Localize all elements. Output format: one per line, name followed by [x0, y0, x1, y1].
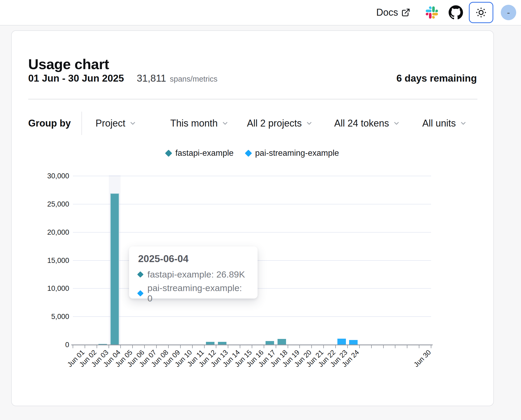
- tooltip-date: 2025-06-04: [138, 253, 249, 264]
- y-gridline: [73, 316, 431, 317]
- x-axis-tick: [73, 345, 73, 348]
- x-axis-tick: [395, 345, 395, 348]
- x-axis-tick: [264, 345, 264, 348]
- chart-bar-Jun-23-pai-streaming-example[interactable]: [337, 339, 346, 345]
- y-axis-label: 5,000: [12, 313, 69, 321]
- x-axis-tick: [156, 345, 157, 348]
- chart-bar-Jun-18-fastapi-example[interactable]: [278, 339, 286, 345]
- slack-icon: [426, 6, 438, 19]
- y-gridline: [73, 232, 431, 233]
- x-axis-tick: [347, 345, 348, 348]
- x-axis-tick: [216, 345, 216, 348]
- y-axis-label: 25,000: [12, 200, 69, 208]
- tooltip-row-fastapi-example: fastapi-example: 26.89K: [138, 269, 249, 280]
- x-axis-tick: [335, 345, 336, 348]
- x-axis-label: Jun 30: [412, 348, 432, 369]
- github-button[interactable]: [449, 5, 463, 20]
- slack-button[interactable]: [426, 6, 438, 19]
- x-axis-tick: [120, 345, 121, 348]
- x-axis-tick: [276, 345, 276, 348]
- external-link-icon: [401, 8, 410, 17]
- x-axis-tick: [168, 345, 169, 348]
- y-axis-label: 10,000: [12, 284, 69, 293]
- x-axis-tick: [132, 345, 133, 348]
- x-axis-tick: [192, 345, 193, 348]
- x-axis-tick: [288, 345, 288, 348]
- x-axis-tick: [383, 345, 384, 348]
- y-axis-label: 0: [12, 341, 69, 349]
- chart-bar-Jun-17-fastapi-example[interactable]: [266, 341, 274, 345]
- user-avatar[interactable]: -: [501, 5, 516, 20]
- x-axis-tick: [204, 345, 205, 348]
- chart-bar-Jun-04-fastapi-example[interactable]: [110, 194, 119, 345]
- x-axis-tick: [85, 345, 85, 348]
- x-axis-tick: [240, 345, 240, 348]
- tooltip-diamond-icon: [137, 290, 143, 296]
- top-bar: Docs: [0, 0, 521, 26]
- y-gridline: [73, 204, 431, 204]
- y-axis-label: 30,000: [12, 172, 69, 180]
- x-axis-tick: [323, 345, 324, 348]
- tooltip-row-text: pai-streaming-example: 0: [147, 283, 249, 304]
- y-axis-label: 20,000: [12, 228, 69, 237]
- avatar-text: -: [507, 7, 510, 18]
- x-axis-tick: [144, 345, 145, 348]
- y-gridline: [73, 176, 431, 176]
- x-axis-tick: [371, 345, 372, 348]
- x-axis-tick: [97, 345, 97, 348]
- usage-bar-chart: 05,00010,00015,00020,00025,00030,000Jun …: [12, 31, 493, 406]
- x-axis-tick: [407, 345, 407, 348]
- x-axis-tick: [109, 345, 109, 348]
- x-axis-tick: [359, 345, 360, 348]
- sun-icon: [475, 7, 487, 18]
- x-axis-tick: [252, 345, 252, 348]
- x-axis-tick: [431, 345, 431, 348]
- chart-bar-Jun-24-pai-streaming-example[interactable]: [349, 340, 358, 345]
- tooltip-diamond-icon: [137, 271, 143, 278]
- x-axis-tick: [228, 345, 228, 348]
- theme-toggle-button[interactable]: [469, 2, 493, 23]
- x-axis-tick: [180, 345, 181, 348]
- x-axis-tick: [419, 345, 419, 348]
- x-axis-tick: [299, 345, 300, 348]
- github-icon: [449, 5, 463, 20]
- tooltip-row-pai-streaming-example: pai-streaming-example: 0: [138, 283, 249, 304]
- chart-tooltip: 2025-06-04 fastapi-example: 26.89Kpai-st…: [129, 246, 258, 299]
- y-axis-label: 15,000: [12, 257, 69, 265]
- docs-link-label: Docs: [376, 7, 398, 18]
- usage-card: Usage chart 01 Jun - 30 Jun 2025 31,811 …: [11, 30, 494, 406]
- tooltip-row-text: fastapi-example: 26.89K: [147, 269, 245, 280]
- tooltip-rows: fastapi-example: 26.89Kpai-streaming-exa…: [138, 269, 249, 304]
- x-axis-tick: [311, 345, 312, 348]
- docs-link[interactable]: Docs: [376, 7, 410, 18]
